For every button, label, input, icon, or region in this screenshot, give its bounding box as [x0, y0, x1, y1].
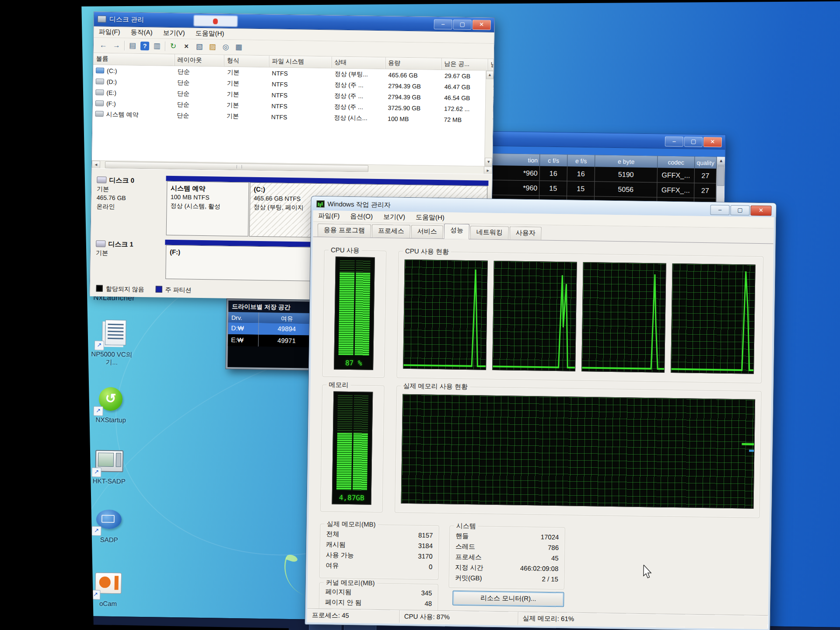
partition-legend: 할당되지 않음 주 파티션: [96, 285, 192, 294]
ocam-icon: ↗: [93, 569, 123, 598]
col-capacity[interactable]: 용량: [385, 57, 442, 70]
legend-unallocated: 할당되지 않음: [96, 285, 144, 294]
col-volume[interactable]: 볼륨: [93, 53, 175, 66]
drive-space-title: 드라이브별 저장 공간: [228, 301, 315, 313]
nxstartup-icon: ↺ ↗: [96, 385, 126, 414]
search-icon[interactable]: ◎: [220, 42, 231, 52]
tab-performance[interactable]: 성능: [444, 224, 470, 239]
minimize-button[interactable]: –: [665, 136, 683, 147]
desktop-icon-label: NP5000 VC의 기...: [85, 350, 138, 367]
cpu-usage-group: CPU 사용 87 %: [322, 250, 386, 378]
tab-processes[interactable]: 프로세스: [372, 224, 410, 238]
cpu-history-graph-2: [492, 261, 577, 371]
cpu-history-graph-3: [581, 262, 666, 373]
maximize-button[interactable]: ▢: [453, 19, 472, 30]
drive-space-header: Drv. 여유: [228, 312, 315, 324]
task-manager-window: Windows 작업 관리자 – ▢ ✕ 파일(F) 옵션(O) 보기(V) 도…: [304, 196, 776, 630]
menu-help[interactable]: 도움말(H): [190, 28, 229, 39]
refresh-icon[interactable]: ↻: [168, 41, 178, 52]
scroll-right-icon[interactable]: ►: [484, 167, 492, 175]
status-processes: 프로세스: 45: [308, 609, 400, 623]
drive-space-row[interactable]: D:₩ 49894: [228, 322, 315, 336]
menu-options[interactable]: 옵션(O): [345, 211, 378, 222]
properties-icon[interactable]: ▧: [194, 42, 205, 52]
monitor-screen: NxLauncher ↗ NP5000 VC의 기... ↺ ↗ NXStart…: [0, 0, 840, 630]
disk-management-app-icon: [98, 15, 106, 22]
recording-indicator-icon: [213, 18, 218, 24]
menu-help[interactable]: 도움말(H): [411, 212, 449, 223]
disk0-info: 디스크 0 기본 465.76 GB 온라인: [96, 175, 134, 211]
hkt-sadp-app-icon: ↗: [94, 446, 124, 476]
tab-users[interactable]: 사용자: [510, 226, 542, 240]
close-button[interactable]: ✕: [472, 20, 491, 30]
col-free-pct[interactable]: 남: [488, 59, 494, 70]
disk1-info: 디스크 1 기본: [96, 239, 133, 257]
menu-file[interactable]: 파일(F): [94, 26, 125, 38]
maximize-button[interactable]: ▢: [684, 136, 703, 147]
scrollbar-thumb[interactable]: [717, 165, 724, 186]
performance-tab-panel: CPU 사용 87 % CPU 사용 현황: [309, 240, 771, 613]
desktop-icon-nxstartup[interactable]: ↺ ↗ NXStartup: [84, 385, 137, 424]
volume-list-scrollbar[interactable]: ▲ ▼: [484, 71, 494, 166]
unallocated-swatch: [96, 285, 103, 291]
toolbar-separator: [165, 42, 165, 51]
drive-space-row[interactable]: E:₩ 49971: [228, 334, 315, 347]
help-icon[interactable]: ?: [140, 42, 149, 50]
close-button[interactable]: ✕: [704, 137, 722, 147]
col-free[interactable]: 남은 공...: [441, 58, 488, 70]
delete-icon[interactable]: ×: [181, 41, 192, 52]
status-memory: 실제 메모리: 61%: [518, 612, 767, 628]
toolbar-separator: [124, 41, 125, 50]
memory-meter: 4,87GB: [332, 392, 373, 505]
scroll-up-icon[interactable]: ▲: [486, 71, 494, 79]
cpu-history-group: CPU 사용 현황: [397, 251, 763, 383]
partition-system-reserved[interactable]: 시스템 예약 100 MB NTFS 정상 (시스템, 활성: [166, 181, 249, 237]
scroll-up-icon[interactable]: ▲: [717, 157, 725, 165]
volume-icon: [96, 67, 104, 73]
tab-applications[interactable]: 응용 프로그램: [318, 224, 371, 238]
drive-space-window: 드라이브별 저장 공간 Drv. 여유 D:₩ 49894 E:₩ 49971: [226, 299, 317, 370]
tab-networking[interactable]: 네트워킹: [470, 226, 509, 239]
disk-icon: [96, 240, 105, 247]
system-group: 시스템 핸들17024 스레드786 프로세스45 지정 시간466:02:09…: [449, 525, 565, 589]
memory-group: 메모리 4,87GB: [320, 385, 384, 512]
volume-icon: [95, 100, 104, 106]
tab-services[interactable]: 서비스: [411, 225, 443, 238]
close-button[interactable]: ✕: [750, 205, 771, 216]
table-view-icon[interactable]: ▤: [127, 40, 138, 51]
scroll-left-icon[interactable]: ◄: [92, 161, 100, 168]
maximize-button[interactable]: ▢: [730, 205, 749, 215]
window-title: Windows 작업 관리자: [328, 200, 391, 209]
cpu-usage-meter: 87 %: [334, 257, 375, 370]
window-title: 디스크 관리: [109, 15, 144, 24]
col-filesystem[interactable]: 파일 시스템: [269, 56, 332, 68]
cpu-history-graph-1: [403, 259, 488, 370]
physical-memory-group: 실제 메모리(MB) 전체8157 캐시됨3184 사용 가능3170 여유0: [319, 524, 439, 580]
minimize-button[interactable]: –: [434, 19, 452, 29]
back-icon[interactable]: ←: [98, 40, 108, 50]
resource-monitor-button[interactable]: 리소스 모니터(R)...: [452, 591, 564, 607]
col-layout[interactable]: 레이아웃: [175, 54, 224, 66]
menu-view[interactable]: 보기(V): [158, 27, 189, 38]
memory-value: 4,87GB: [332, 494, 371, 502]
menu-file[interactable]: 파일(F): [313, 210, 345, 222]
settings-icon[interactable]: ▦: [234, 42, 244, 52]
forward-icon[interactable]: →: [111, 40, 122, 51]
shortcut-arrow-icon: ↗: [93, 406, 103, 416]
desktop-icon-np5000[interactable]: ↗ NP5000 VC의 기...: [85, 319, 139, 367]
desktop-icon-label: NXStartup: [84, 416, 137, 424]
scroll-down-icon[interactable]: ▼: [485, 158, 492, 166]
memory-history-group: 실제 메모리 사용 현황: [395, 386, 761, 518]
col-quality: quality: [695, 157, 717, 169]
open-folder-icon[interactable]: ▨: [207, 42, 218, 52]
menu-view[interactable]: 보기(V): [378, 211, 410, 223]
col-status[interactable]: 상태: [332, 56, 385, 69]
menu-action[interactable]: 동작(A): [126, 27, 157, 38]
volume-icon: [95, 111, 104, 116]
stream-window-titlebar[interactable]: – ▢ ✕: [486, 132, 725, 150]
shortcut-arrow-icon: ↗: [94, 340, 104, 350]
col-type[interactable]: 형식: [224, 55, 270, 67]
minimize-button[interactable]: –: [710, 205, 729, 215]
panel-view-icon[interactable]: ▥: [152, 41, 162, 51]
np5000-document-icon: ↗: [97, 320, 127, 349]
